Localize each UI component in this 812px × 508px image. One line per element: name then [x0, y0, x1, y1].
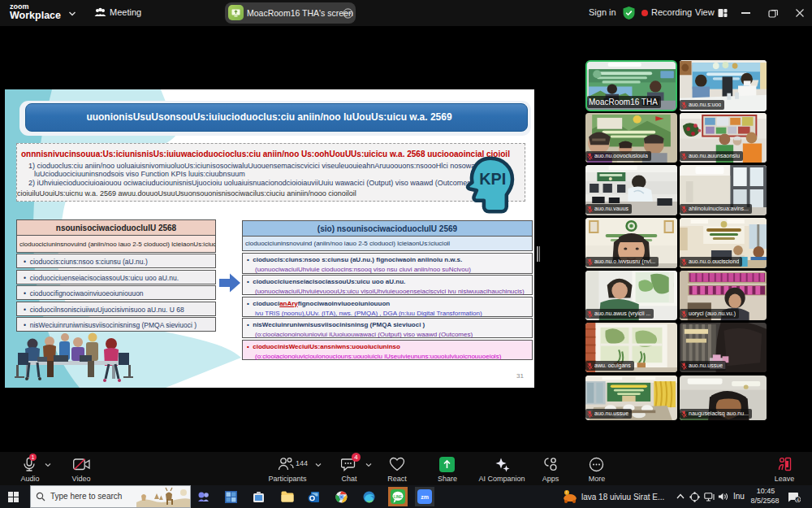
svg-text:!: !	[566, 490, 567, 495]
svg-text:zm: zm	[421, 494, 429, 500]
svg-text:KPI: KPI	[479, 170, 506, 188]
svg-text:LINE: LINE	[394, 495, 402, 499]
